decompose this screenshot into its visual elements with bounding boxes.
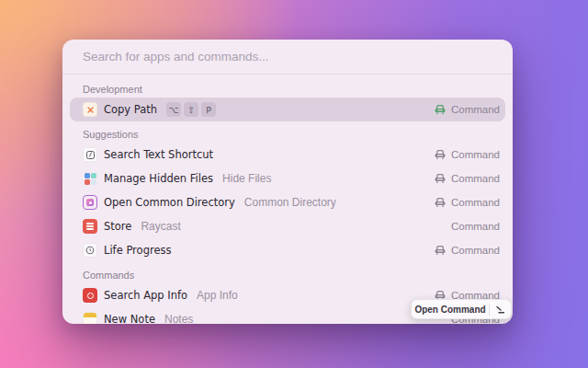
app-info-icon	[83, 288, 97, 303]
list-item[interactable]: Life ProgressCommand	[70, 238, 505, 262]
accessory: Command	[435, 245, 500, 256]
desktop-background: DevelopmentCopy Path⌥⇧PCommandSuggestion…	[0, 0, 588, 368]
list-item[interactable]: Copy Path⌥⇧PCommand	[70, 98, 505, 121]
item-title: Copy Path	[104, 103, 157, 116]
accessory-label: Command	[451, 221, 500, 232]
search-input[interactable]	[83, 50, 492, 63]
item-subtitle: Common Directory	[244, 196, 336, 209]
common-directory-icon	[83, 195, 97, 210]
search-bar	[62, 40, 513, 74]
section-header: Suggestions	[62, 128, 513, 142]
terminal-return-key-icon	[490, 305, 511, 315]
accessory: Command	[435, 149, 500, 160]
accessory-label: Command	[451, 197, 500, 208]
section-header: Commands	[62, 269, 513, 282]
keycap-icon	[83, 147, 97, 162]
life-progress-clock-icon	[83, 243, 97, 258]
raycast-launcher-window: DevelopmentCopy Path⌥⇧PCommandSuggestion…	[62, 40, 513, 324]
item-title: Open Common Directory	[104, 196, 235, 209]
open-command-hint[interactable]: Open Command	[411, 299, 512, 319]
accessory-label: Command	[451, 173, 500, 184]
command-type-icon	[435, 198, 446, 207]
tooltip-label: Open Command	[412, 305, 489, 315]
list-item[interactable]: Search Text ShortcutCommand	[70, 143, 505, 167]
list-item[interactable]: StoreRaycastCommand	[70, 214, 505, 238]
item-title: Store	[104, 220, 131, 233]
shortcut-keys: ⌥⇧P	[166, 102, 216, 117]
item-subtitle: App Info	[197, 289, 238, 302]
item-title: Search App Info	[104, 289, 187, 302]
store-icon	[83, 219, 97, 234]
item-title: New Note	[104, 313, 155, 324]
accessory-label: Command	[451, 149, 500, 160]
shortcut-key: P	[201, 102, 216, 117]
accessory: Command	[435, 173, 500, 184]
accessory: Command	[435, 197, 500, 208]
section-header: Development	[62, 83, 513, 97]
accessory: Command	[435, 104, 500, 115]
command-type-icon	[435, 246, 446, 255]
item-subtitle: Raycast	[141, 220, 180, 233]
command-type-icon	[435, 105, 446, 114]
item-title: Search Text Shortcut	[104, 148, 213, 161]
item-subtitle: Hide Files	[222, 172, 271, 185]
shortcut-key: ⌥	[166, 102, 181, 117]
command-type-icon	[435, 150, 446, 159]
hidden-files-icon	[83, 171, 97, 186]
copy-path-icon	[83, 102, 97, 117]
accessory-label: Command	[451, 245, 500, 256]
list-item[interactable]: Manage Hidden FilesHide FilesCommand	[70, 167, 505, 190]
shortcut-key: ⇧	[184, 102, 198, 117]
accessory: Command	[451, 221, 500, 232]
item-title: Manage Hidden Files	[104, 172, 213, 185]
command-type-icon	[435, 174, 446, 183]
new-note-icon	[83, 312, 97, 324]
item-subtitle: Notes	[164, 313, 193, 324]
command-list: DevelopmentCopy Path⌥⇧PCommandSuggestion…	[62, 75, 513, 324]
item-title: Life Progress	[104, 244, 171, 257]
accessory-label: Command	[451, 104, 500, 115]
list-item[interactable]: Open Common DirectoryCommon DirectoryCom…	[70, 190, 505, 214]
